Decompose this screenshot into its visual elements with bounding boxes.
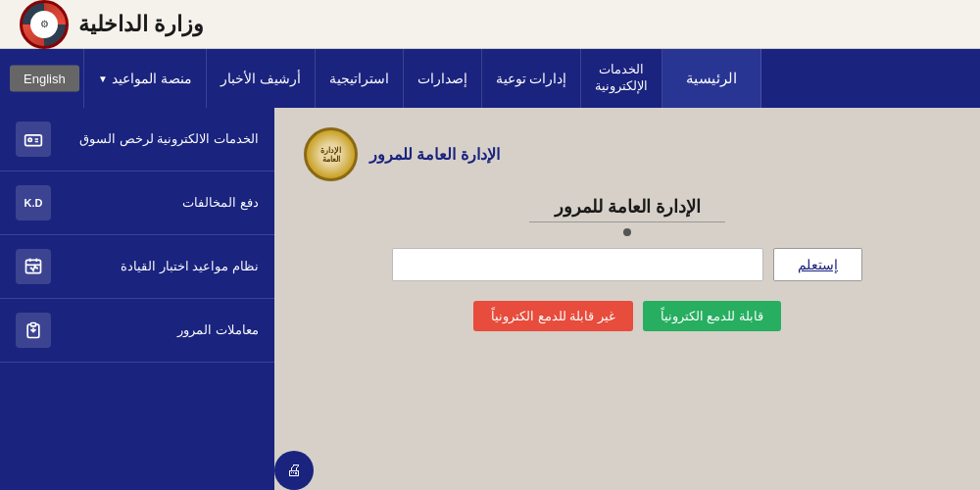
logo-inner: ⚙: [30, 11, 58, 38]
service-traffic-transactions-text: معاملات المرور: [61, 321, 259, 339]
nav-item-home[interactable]: الرئيسية: [662, 49, 761, 108]
service-pay-violations-text: دفع المخالفات: [61, 194, 259, 212]
nav-item-awareness[interactable]: إدارات توعية: [482, 49, 582, 108]
appointments-chevron: ▼: [98, 74, 108, 84]
title-divider: [529, 221, 725, 222]
nav-item-news[interactable]: أرشيف الأخبار: [207, 49, 316, 108]
inquire-button[interactable]: إستعلم: [773, 248, 862, 281]
form-row: إستعلم: [392, 248, 862, 281]
traffic-logo: الإدارةالعامة: [304, 127, 358, 181]
traffic-header: الإدارة العامة للمرور الإدارةالعامة: [294, 122, 960, 186]
nav-item-publications[interactable]: إصدارات: [404, 49, 482, 108]
top-header: وزارة الداخلية ⚙: [0, 0, 980, 49]
nav-item-services[interactable]: الخدماتالإلكترونية: [581, 49, 662, 108]
service-driving-test[interactable]: نظام مواعيد اختبار القيادة: [0, 235, 274, 299]
nav-item-appointments[interactable]: منصة المواعيد ▼: [84, 49, 207, 108]
title-dot: [623, 228, 631, 236]
nav-item-strategy[interactable]: استراتيجية: [316, 49, 404, 108]
english-button[interactable]: English: [10, 66, 79, 92]
not-eligible-button[interactable]: غير قابلة للدمع الكترونياً: [473, 301, 633, 331]
svg-point-1: [28, 138, 31, 141]
service-driving-test-text: نظام مواعيد اختبار القيادة: [61, 258, 259, 275]
right-panel: الخدمات الالكترونية لرخص السوق دفع المخا…: [0, 108, 274, 490]
ministry-logo: ⚙: [20, 0, 69, 49]
print-icon: 🖨: [274, 451, 314, 490]
service-driving-license[interactable]: الخدمات الالكترونية لرخص السوق: [0, 108, 274, 172]
service-driving-license-text: الخدمات الالكترونية لرخص السوق: [61, 130, 259, 148]
nav-items: الرئيسية الخدماتالإلكترونية إدارات توعية…: [0, 49, 761, 108]
service-traffic-transactions[interactable]: معاملات المرور: [0, 299, 274, 363]
header-logo: وزارة الداخلية ⚙: [20, 0, 204, 49]
bottom-left-icon[interactable]: 🖨: [274, 451, 314, 490]
traffic-transactions-icon: [16, 313, 51, 348]
content-area: الإدارة العامة للمرور الإدارةالعامة الإد…: [0, 108, 980, 490]
eligible-button[interactable]: قابلة للدمع الكترونياً: [643, 301, 781, 331]
traffic-dept-title: الإدارة العامة للمرور: [369, 145, 500, 164]
svg-rect-0: [25, 135, 42, 146]
inquiry-input[interactable]: [392, 248, 763, 281]
left-panel: الإدارة العامة للمرور الإدارةالعامة الإد…: [274, 108, 980, 490]
driving-license-icon: [16, 122, 51, 157]
status-buttons: قابلة للدمع الكترونياً غير قابلة للدمع ا…: [473, 301, 781, 331]
pay-violations-icon: K.D: [16, 185, 51, 220]
service-pay-violations[interactable]: دفع المخالفات K.D: [0, 172, 274, 235]
navbar: English الرئيسية الخدماتالإلكترونية إدار…: [0, 49, 980, 108]
ministry-title: وزارة الداخلية: [78, 12, 204, 37]
section-title: الإدارة العامة للمرور: [555, 196, 701, 218]
svg-rect-6: [31, 323, 36, 326]
driving-test-icon: [16, 249, 51, 284]
